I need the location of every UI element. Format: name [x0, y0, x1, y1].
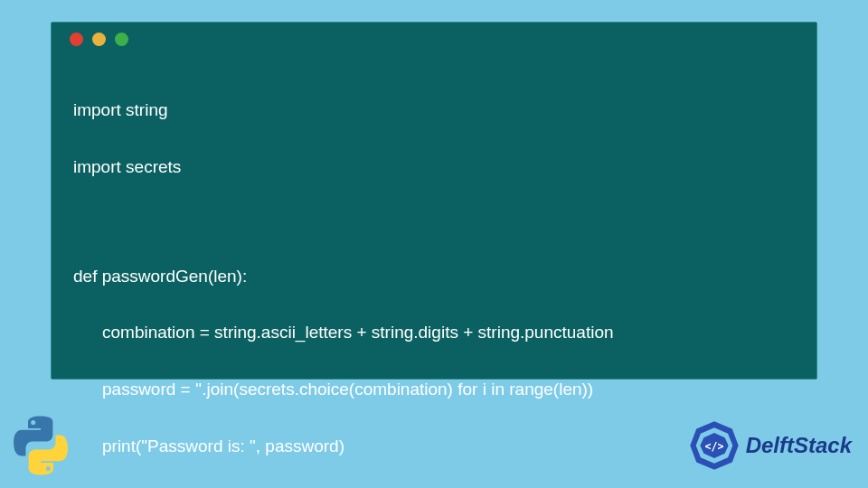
code-window: import string import secrets def passwor…: [51, 22, 817, 380]
close-icon: [70, 33, 83, 46]
code-line: combination = string.ascii_letters + str…: [73, 318, 795, 346]
code-line: print("Password is: ", password): [73, 432, 795, 460]
code-line: import secrets: [73, 153, 795, 181]
maximize-icon: [115, 33, 128, 46]
svg-text:</>: </>: [704, 440, 723, 453]
brand: </> DelftStack: [688, 419, 852, 472]
brand-name: DelftStack: [746, 433, 852, 458]
minimize-icon: [92, 33, 106, 46]
code-line: def passwordGen(len):: [73, 262, 795, 290]
brand-logo-icon: </>: [688, 419, 741, 472]
python-icon: [9, 414, 72, 477]
code-text: combination = string.ascii_letters + str…: [102, 323, 614, 342]
window-titlebar: [52, 23, 816, 55]
code-text: print("Password is: ", password): [102, 436, 344, 455]
blank-line: [73, 210, 795, 234]
code-text: password = ''.join(secrets.choice(combin…: [102, 380, 593, 399]
code-line: import string: [73, 96, 795, 124]
code-line: password = ''.join(secrets.choice(combin…: [73, 375, 795, 403]
